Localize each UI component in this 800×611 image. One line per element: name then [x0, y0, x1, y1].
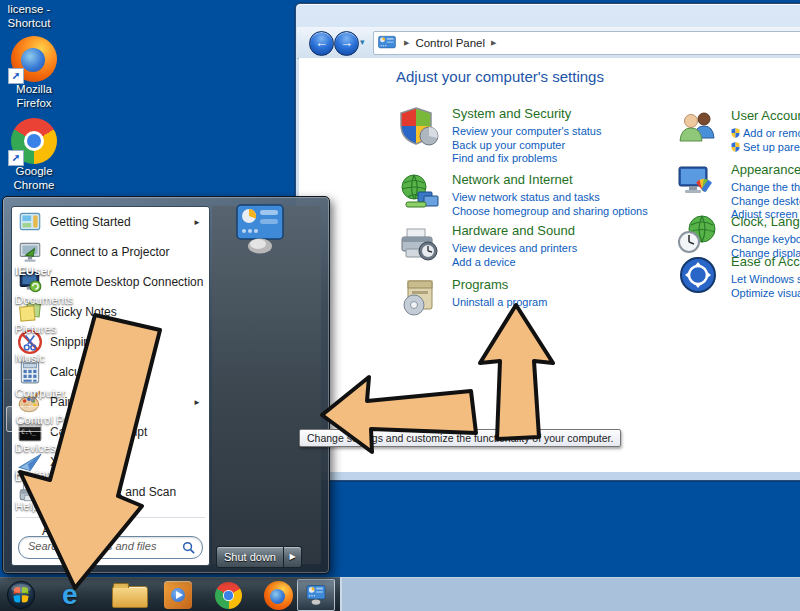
menu-item-getting-started[interactable]: Getting Started ►	[12, 207, 209, 237]
start-button[interactable]	[6, 580, 36, 610]
start-menu-user-name[interactable]: IEUser	[3, 258, 112, 284]
system-security-icon[interactable]	[398, 106, 440, 148]
control-panel-window: ← → ▾ ▶ Control Panel ▶ Adjust your comp…	[295, 3, 800, 481]
start-menu: Getting Started ► Connect to a Projector	[2, 196, 330, 574]
task-link[interactable]: Change desktop background	[731, 195, 800, 209]
task-link[interactable]: Change the theme	[731, 181, 800, 195]
programs-icon[interactable]	[398, 277, 440, 319]
chrome-icon: ➚	[11, 118, 57, 164]
taskbar-control-panel-button[interactable]	[297, 579, 335, 611]
taskbar-right-band	[340, 577, 800, 611]
control-panel-content: Adjust your computer's settings System a…	[299, 58, 800, 472]
breadcrumb[interactable]: Control Panel	[415, 37, 485, 49]
control-panel-icon	[378, 35, 396, 51]
desktop-icon-label: license - Shortcut	[0, 2, 58, 30]
desktop-icon-chrome[interactable]: ➚ Google Chrome	[5, 118, 63, 192]
menu-item-label: Connect to a Projector	[50, 245, 169, 259]
task-link[interactable]: Find and fix problems	[452, 152, 601, 166]
taskbar-left: e	[0, 577, 340, 611]
search-box[interactable]: Search programs and files	[18, 536, 203, 559]
desktop-icon-label: Mozilla Firefox	[5, 82, 63, 110]
page-title: Adjust your computer's settings	[396, 68, 604, 85]
task-link-label[interactable]: Add or remove user accounts	[743, 127, 800, 139]
start-menu-item-devices-and-printers[interactable]: Devices and Printers	[3, 435, 112, 461]
user-accounts-icon[interactable]	[677, 108, 719, 150]
category-title[interactable]: Clock, Language, and Region	[731, 214, 800, 230]
shutdown-control: Shut down ▶	[216, 546, 302, 568]
breadcrumb-arrow-icon[interactable]: ▶	[491, 39, 496, 47]
category-title[interactable]: User Accounts and Family Safety	[731, 108, 800, 124]
user-tile[interactable]	[227, 203, 293, 255]
task-link[interactable]: Let Windows suggest settings	[731, 273, 800, 287]
task-link[interactable]: Change keyboards or other input methods	[731, 233, 800, 247]
hardware-sound-icon[interactable]	[398, 223, 440, 265]
category-title[interactable]: Programs	[452, 277, 547, 293]
taskbar-media-player-icon[interactable]	[164, 581, 192, 609]
taskbar-chrome-icon[interactable]	[215, 582, 242, 609]
firefox-icon: ➚	[11, 36, 57, 82]
clock-language-region-icon[interactable]	[677, 214, 719, 256]
category-title[interactable]: Hardware and Sound	[452, 223, 577, 239]
start-menu-item-default-programs[interactable]: Default Programs	[3, 464, 112, 490]
appearance-personalization-icon[interactable]	[677, 162, 719, 204]
shutdown-options-arrow[interactable]: ▶	[284, 546, 302, 568]
taskbar-windows-explorer-icon[interactable]	[112, 586, 148, 608]
taskbar: e	[0, 577, 800, 611]
back-button[interactable]: ←	[309, 31, 334, 56]
breadcrumb-arrow-icon[interactable]: ▶	[404, 39, 409, 47]
start-menu-places-list	[212, 206, 321, 564]
desktop-icon-label: Google Chrome	[5, 164, 63, 192]
category-network-and-internet: Network and Internet View network status…	[398, 172, 648, 218]
category-title[interactable]: Ease of Access	[731, 254, 800, 270]
getting-started-icon	[17, 209, 43, 235]
address-bar[interactable]: ▶ Control Panel ▶	[373, 31, 800, 55]
task-link[interactable]: View devices and printers	[452, 242, 577, 256]
ease-of-access-icon[interactable]	[677, 254, 719, 296]
category-title[interactable]: Network and Internet	[452, 172, 648, 188]
shortcut-arrow-badge: ➚	[8, 68, 24, 84]
task-link: Set up parental controls for any user	[731, 141, 800, 155]
category-hardware-and-sound: Hardware and Sound View devices and prin…	[398, 223, 577, 269]
navigation-bar: ← → ▾ ▶ Control Panel ▶	[297, 27, 800, 59]
start-menu-item-pictures[interactable]: Pictures	[3, 316, 112, 342]
network-internet-icon[interactable]	[398, 172, 440, 214]
category-system-and-security: System and Security Review your computer…	[398, 106, 601, 166]
task-link[interactable]: Review your computer's status	[452, 125, 601, 139]
uac-shield-icon	[731, 142, 740, 152]
start-menu-item-computer[interactable]: Computer	[3, 379, 112, 405]
task-link: Add or remove user accounts	[731, 127, 800, 141]
forward-button[interactable]: →	[334, 31, 359, 56]
shutdown-button[interactable]: Shut down	[216, 546, 284, 568]
task-link[interactable]: Back up your computer	[452, 139, 601, 153]
task-link[interactable]: Add a device	[452, 256, 577, 270]
recent-pages-chevron-icon[interactable]: ▾	[360, 37, 365, 47]
start-menu-item-control-panel[interactable]: Control Panel	[6, 406, 109, 432]
task-link[interactable]: Optimize visual display	[731, 287, 800, 301]
control-panel-tile-icon	[227, 203, 293, 255]
uac-shield-icon	[731, 128, 740, 138]
task-link-uninstall-a-program[interactable]: Uninstall a program	[452, 296, 547, 310]
search-icon	[182, 541, 195, 554]
submenu-arrow-icon: ►	[193, 398, 201, 407]
task-link[interactable]: Choose homegroup and sharing options	[452, 205, 648, 219]
search-placeholder: Search programs and files	[28, 540, 156, 552]
category-title[interactable]: System and Security	[452, 106, 601, 122]
task-link[interactable]: View network status and tasks	[452, 191, 648, 205]
desktop-icon-firefox[interactable]: ➚ Mozilla Firefox	[5, 36, 63, 110]
control-panel-icon	[303, 583, 329, 607]
category-appearance: Appearance and Personalization Change th…	[677, 162, 800, 222]
desktop-icon-license-shortcut[interactable]: license - Shortcut	[0, 2, 58, 30]
start-menu-item-music[interactable]: Music	[3, 345, 112, 371]
tooltip: Change settings and customize the functi…	[299, 429, 621, 447]
taskbar-firefox-icon[interactable]	[264, 581, 293, 610]
category-programs: Programs Uninstall a program	[398, 277, 547, 319]
start-menu-item-documents[interactable]: Documents	[3, 287, 112, 313]
category-title[interactable]: Appearance and Personalization	[731, 162, 800, 178]
desktop: license - Shortcut ➚ Mozilla Firefox ➚ G…	[0, 0, 800, 611]
start-menu-item-help-and-support[interactable]: Help and Support	[3, 493, 112, 519]
taskbar-internet-explorer-icon[interactable]: e	[62, 579, 78, 611]
shortcut-arrow-badge: ➚	[8, 150, 24, 166]
category-ease-of-access: Ease of Access Let Windows suggest setti…	[677, 254, 800, 300]
task-link-label[interactable]: Set up parental controls for any user	[743, 141, 800, 153]
category-user-accounts: User Accounts and Family Safety Add or r…	[677, 108, 800, 154]
